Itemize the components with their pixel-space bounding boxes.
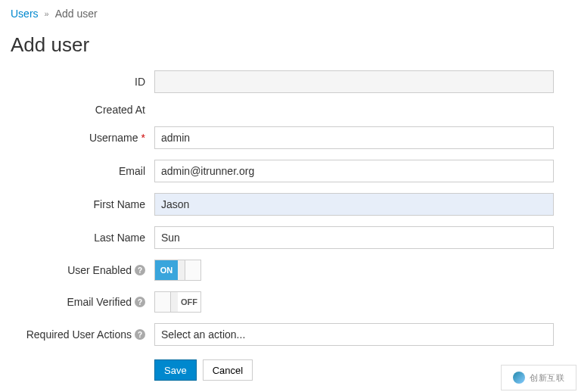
id-label: ID xyxy=(11,76,154,88)
help-icon[interactable]: ? xyxy=(135,297,145,307)
help-icon[interactable]: ? xyxy=(135,329,145,340)
help-icon[interactable]: ? xyxy=(135,265,145,275)
toggle-knob xyxy=(185,260,201,281)
username-input[interactable] xyxy=(154,126,554,149)
email-label: Email xyxy=(11,165,154,177)
username-label: Username xyxy=(89,132,138,144)
toggle-off-label: OFF xyxy=(178,292,200,312)
email-verified-toggle[interactable]: ON OFF xyxy=(154,291,201,313)
last-name-label: Last Name xyxy=(11,232,154,244)
user-enabled-label: User Enabled xyxy=(67,264,132,276)
id-field xyxy=(154,70,554,93)
created-at-label: Created At xyxy=(11,104,154,116)
page-title: Add user xyxy=(11,33,567,57)
email-verified-label: Email Verified xyxy=(67,296,132,308)
watermark-logo-icon xyxy=(513,372,525,384)
first-name-label: First Name xyxy=(11,198,154,210)
breadcrumb-current: Add user xyxy=(55,8,98,20)
first-name-input[interactable] xyxy=(154,193,554,216)
breadcrumb: Users » Add user xyxy=(11,8,567,20)
last-name-input[interactable] xyxy=(154,226,554,249)
toggle-on-label: ON xyxy=(155,260,178,280)
required-user-actions-label: Required User Actions xyxy=(26,328,132,341)
save-button[interactable]: Save xyxy=(154,359,197,381)
required-user-actions-select[interactable]: Select an action... xyxy=(154,323,554,346)
email-input[interactable] xyxy=(154,160,554,182)
add-user-form: ID Created At Username * Email First Nam… xyxy=(11,70,567,381)
breadcrumb-separator: » xyxy=(45,9,49,18)
watermark: 创新互联 xyxy=(501,365,576,390)
cancel-button[interactable]: Cancel xyxy=(203,359,253,381)
required-marker: * xyxy=(141,132,145,144)
user-enabled-toggle[interactable]: ON OFF xyxy=(154,260,201,281)
watermark-text: 创新互联 xyxy=(530,372,564,384)
toggle-knob xyxy=(154,291,171,313)
breadcrumb-users-link[interactable]: Users xyxy=(11,8,39,20)
